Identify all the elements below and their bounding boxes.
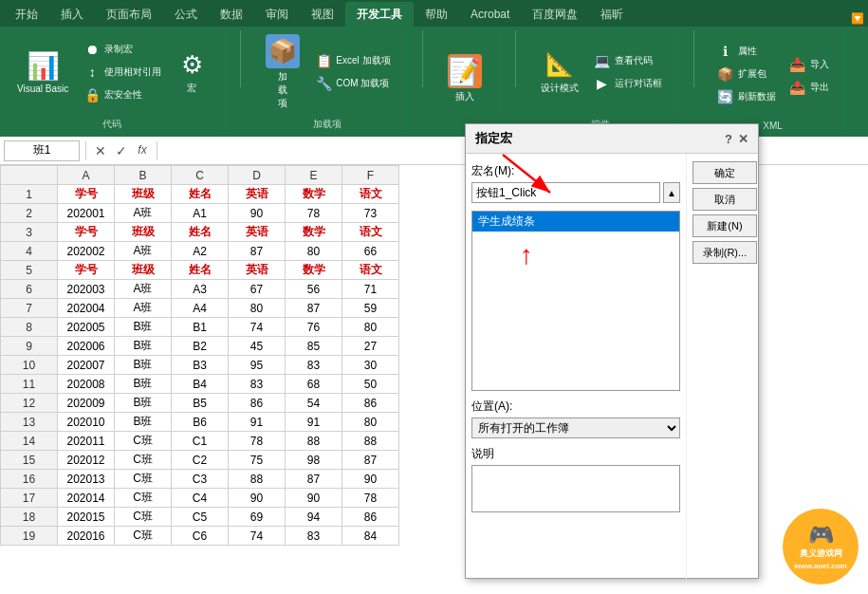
excel-addin-button[interactable]: 📋 Excel 加载项 xyxy=(311,50,394,71)
confirm-formula-icon[interactable]: ✓ xyxy=(113,143,130,158)
table-cell[interactable]: 56 xyxy=(286,280,342,299)
table-cell[interactable]: 英语 xyxy=(229,185,286,204)
table-cell[interactable]: 74 xyxy=(229,527,286,546)
table-row[interactable]: 10202007B班B3958330 xyxy=(1,356,399,375)
table-cell[interactable]: 202005 xyxy=(58,318,115,337)
new-button[interactable]: 新建(N) xyxy=(693,214,757,237)
table-cell[interactable]: B班 xyxy=(115,394,172,413)
tab-acrobat[interactable]: Acrobat xyxy=(459,2,521,27)
tab-foxit[interactable]: 福昕 xyxy=(589,2,635,27)
table-row[interactable]: 18202015C班C5699486 xyxy=(1,508,399,527)
table-cell[interactable]: 91 xyxy=(229,413,286,432)
table-cell[interactable]: 74 xyxy=(229,318,286,337)
cancel-button[interactable]: 取消 xyxy=(693,188,757,211)
table-row[interactable]: 6202003A班A3675671 xyxy=(1,280,399,299)
table-cell[interactable]: 语文 xyxy=(342,223,399,242)
table-cell[interactable]: 90 xyxy=(229,204,286,223)
insert-button[interactable]: 📝 插入 xyxy=(442,50,488,107)
table-cell[interactable]: 88 xyxy=(286,432,342,451)
table-cell[interactable]: C班 xyxy=(115,489,172,508)
table-cell[interactable]: 95 xyxy=(229,356,286,375)
col-B-header[interactable]: B xyxy=(115,166,172,185)
table-row[interactable]: 17202014C班C4909078 xyxy=(1,489,399,508)
table-row[interactable]: 12202009B班B5865486 xyxy=(1,394,399,413)
tab-insert[interactable]: 插入 xyxy=(49,2,95,27)
col-D-header[interactable]: D xyxy=(229,166,286,185)
table-cell[interactable]: 86 xyxy=(342,394,399,413)
tab-developer[interactable]: 开发工具 xyxy=(345,2,414,27)
table-cell[interactable]: 学号 xyxy=(58,223,115,242)
table-cell[interactable]: C5 xyxy=(172,508,229,527)
macro-list-item-selected[interactable]: 学生成绩条 xyxy=(472,212,679,232)
table-row[interactable]: 19202016C班C6748384 xyxy=(1,527,399,546)
table-cell[interactable]: B班 xyxy=(115,413,172,432)
table-cell[interactable]: 45 xyxy=(229,337,286,356)
table-row[interactable]: 11202008B班B4836850 xyxy=(1,375,399,394)
table-cell[interactable]: 202010 xyxy=(58,413,115,432)
table-cell[interactable]: 姓名 xyxy=(172,185,229,204)
table-cell[interactable]: 73 xyxy=(342,204,399,223)
table-cell[interactable]: 87 xyxy=(286,299,342,318)
relative-ref-button[interactable]: ↕ 使用相对引用 xyxy=(80,62,165,83)
macro-security-button[interactable]: 🔒 宏安全性 xyxy=(80,84,165,105)
import-button[interactable]: 📥 导入 xyxy=(785,54,833,75)
tab-baidu[interactable]: 百度网盘 xyxy=(521,2,589,27)
table-cell[interactable]: 71 xyxy=(342,280,399,299)
cancel-formula-icon[interactable]: ✕ xyxy=(92,143,109,158)
tab-start[interactable]: 开始 xyxy=(4,2,49,27)
table-cell[interactable]: B班 xyxy=(115,318,172,337)
table-cell[interactable]: 27 xyxy=(342,337,399,356)
table-cell[interactable]: 80 xyxy=(342,318,399,337)
macro-name-scroll-up[interactable]: ▲ xyxy=(663,182,680,203)
expand-button[interactable]: 📦 扩展包 xyxy=(713,64,780,84)
position-select[interactable]: 所有打开的工作簿 此工作簿 xyxy=(471,418,680,438)
table-cell[interactable]: 80 xyxy=(286,242,342,261)
table-cell[interactable]: 69 xyxy=(229,508,286,527)
table-row[interactable]: 15202012C班C2759887 xyxy=(1,451,399,470)
tab-view[interactable]: 视图 xyxy=(300,2,345,27)
table-cell[interactable]: 83 xyxy=(286,527,342,546)
table-cell[interactable]: 84 xyxy=(342,527,399,546)
table-cell[interactable]: C班 xyxy=(115,527,172,546)
dialog-help-icon[interactable]: ? xyxy=(725,132,732,146)
table-cell[interactable]: 语文 xyxy=(342,185,399,204)
table-cell[interactable]: 78 xyxy=(342,489,399,508)
table-cell[interactable]: A班 xyxy=(115,242,172,261)
minimize-icon[interactable]: 🔽 xyxy=(847,10,868,27)
design-mode-button[interactable]: 📐 设计模式 xyxy=(535,46,584,99)
table-cell[interactable]: A班 xyxy=(115,280,172,299)
table-row[interactable]: 8202005B班B1747680 xyxy=(1,318,399,337)
table-cell[interactable]: 88 xyxy=(342,432,399,451)
table-cell[interactable]: 87 xyxy=(342,451,399,470)
table-cell[interactable]: 87 xyxy=(286,470,342,489)
table-cell[interactable]: 语文 xyxy=(342,261,399,280)
table-cell[interactable]: 学号 xyxy=(58,261,115,280)
table-cell[interactable]: 98 xyxy=(286,451,342,470)
table-cell[interactable]: 88 xyxy=(229,470,286,489)
table-cell[interactable]: 91 xyxy=(286,413,342,432)
table-cell[interactable]: 姓名 xyxy=(172,223,229,242)
table-cell[interactable]: 87 xyxy=(229,242,286,261)
table-cell[interactable]: 67 xyxy=(229,280,286,299)
table-cell[interactable]: 202004 xyxy=(58,299,115,318)
table-row[interactable]: 9202006B班B2458527 xyxy=(1,337,399,356)
table-cell[interactable]: 78 xyxy=(286,204,342,223)
table-cell[interactable]: C班 xyxy=(115,432,172,451)
tab-review[interactable]: 审阅 xyxy=(254,2,300,27)
name-box[interactable] xyxy=(4,140,80,161)
view-code-button[interactable]: 💻 查看代码 xyxy=(590,50,666,71)
table-cell[interactable]: 86 xyxy=(342,508,399,527)
table-cell[interactable]: C2 xyxy=(172,451,229,470)
table-cell[interactable]: B3 xyxy=(172,356,229,375)
properties-button[interactable]: ℹ 属性 xyxy=(713,41,780,62)
table-cell[interactable]: 学号 xyxy=(58,185,115,204)
table-cell[interactable]: 英语 xyxy=(229,223,286,242)
table-cell[interactable]: 80 xyxy=(229,299,286,318)
table-cell[interactable]: 班级 xyxy=(115,185,172,204)
table-cell[interactable]: 202002 xyxy=(58,242,115,261)
table-cell[interactable]: A2 xyxy=(172,242,229,261)
table-cell[interactable]: 数学 xyxy=(286,223,342,242)
table-cell[interactable]: 66 xyxy=(342,242,399,261)
table-cell[interactable]: 90 xyxy=(342,470,399,489)
record-macro-button[interactable]: ⏺ 录制宏 xyxy=(80,39,165,60)
